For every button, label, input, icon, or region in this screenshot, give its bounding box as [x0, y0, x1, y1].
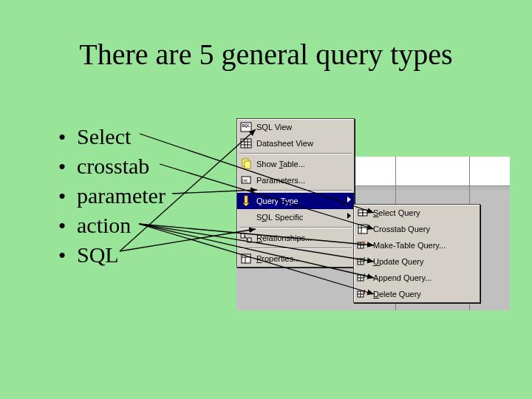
svg-rect-8 [245, 161, 250, 168]
bullet-dot-icon: • [53, 245, 71, 265]
bullet-item: • parameter [53, 185, 166, 207]
menu-item-label: Show Table... [256, 160, 305, 168]
menu-item[interactable]: [a]Parameters... [237, 172, 354, 188]
menu-item-label: SQL Specific [256, 213, 303, 222]
svg-rect-2 [241, 139, 251, 148]
menu-item-label: Query Type [256, 197, 299, 205]
bullet-dot-icon: • [53, 186, 71, 205]
delete-query-icon: ! [357, 288, 369, 300]
menu-item[interactable]: Select Query [354, 205, 480, 221]
menu-item-label: Make-Table Query... [373, 241, 446, 250]
properties-icon [240, 253, 252, 265]
menu-item[interactable]: Show Table... [237, 156, 354, 172]
svg-rect-22 [358, 225, 367, 233]
menu-item[interactable]: !Delete Query [354, 286, 480, 302]
svg-text:[a]: [a] [242, 178, 248, 183]
query-type-icon [240, 195, 252, 207]
svg-rect-16 [242, 254, 250, 263]
context-menu-area: SQLSQL ViewDatasheet ViewShow Table...[a… [236, 118, 510, 310]
menu-item-label: Crosstab Query [373, 225, 430, 233]
svg-rect-14 [248, 238, 251, 242]
menu-item[interactable]: SQL Specific [237, 209, 354, 225]
svg-text:!: ! [364, 272, 366, 279]
crosstab-query-icon [357, 223, 369, 235]
menu-item-label: Parameters... [256, 176, 305, 185]
bullet-item: • Select [53, 126, 131, 148]
menu-item-label: Relationships... [256, 233, 312, 242]
show-table-icon [240, 158, 252, 170]
svg-text:!: ! [364, 239, 366, 247]
menu-item-label: Update Query [373, 257, 424, 266]
slide-title: There are 5 general query types [0, 37, 532, 72]
append-query-icon: ! [357, 272, 369, 284]
menu-item[interactable]: Properties... [237, 250, 354, 267]
bullet-item: • action [53, 214, 131, 236]
menu-item[interactable]: Datasheet View [237, 135, 354, 151]
query-type-submenu[interactable]: Select QueryCrosstab Query!Make-Table Qu… [353, 204, 480, 303]
bullet-text: Select [77, 126, 131, 148]
bullet-dot-icon: • [53, 127, 71, 146]
svg-text:SQL: SQL [242, 123, 250, 128]
menu-item[interactable]: !Update Query [354, 253, 480, 270]
params-icon: [a] [240, 174, 252, 186]
bullet-text: crosstab [77, 155, 149, 177]
maketable-icon: ! [357, 239, 369, 251]
menu-item-label: Properties... [256, 254, 300, 263]
menu-item[interactable]: !Append Query... [354, 270, 480, 286]
svg-line-49 [120, 229, 256, 251]
view-menu[interactable]: SQLSQL ViewDatasheet ViewShow Table...[a… [236, 118, 355, 267]
menu-item-label: Append Query... [373, 273, 432, 282]
submenu-arrow-icon [347, 197, 351, 202]
svg-rect-13 [241, 233, 245, 238]
bullet-item: • crosstab [53, 155, 149, 177]
menu-item[interactable]: Crosstab Query [354, 221, 480, 237]
svg-text:!: ! [364, 256, 366, 263]
menu-item-label: Select Query [373, 208, 420, 217]
menu-separator [239, 248, 352, 249]
select-query-icon [357, 207, 369, 219]
blank-icon [240, 211, 252, 223]
svg-rect-11 [245, 196, 248, 203]
menu-item-label: Delete Query [373, 290, 421, 299]
menu-item[interactable]: Query Type [237, 193, 354, 209]
sql-icon: SQL [240, 121, 252, 133]
menu-item[interactable]: Relationships... [237, 230, 354, 246]
menu-item[interactable]: !Make-Table Query... [354, 237, 480, 253]
datasheet-icon [240, 137, 252, 149]
menu-item[interactable]: SQLSQL View [237, 119, 354, 135]
bullet-item: • SQL [53, 244, 119, 266]
svg-line-15 [245, 236, 248, 240]
menu-separator [239, 153, 352, 154]
bullet-dot-icon: • [53, 157, 71, 176]
bullet-text: SQL [77, 244, 119, 266]
menu-item-label: SQL View [256, 123, 292, 132]
submenu-arrow-icon [347, 213, 351, 219]
bullet-dot-icon: • [53, 216, 71, 235]
menu-item-label: Datasheet View [256, 139, 313, 148]
menu-separator [239, 190, 352, 191]
bullet-text: parameter [77, 185, 166, 207]
relations-icon [240, 232, 252, 244]
svg-marker-12 [243, 203, 249, 206]
update-query-icon: ! [357, 256, 369, 267]
bullet-text: action [77, 214, 131, 236]
menu-separator [239, 227, 352, 228]
svg-text:!: ! [364, 288, 366, 296]
